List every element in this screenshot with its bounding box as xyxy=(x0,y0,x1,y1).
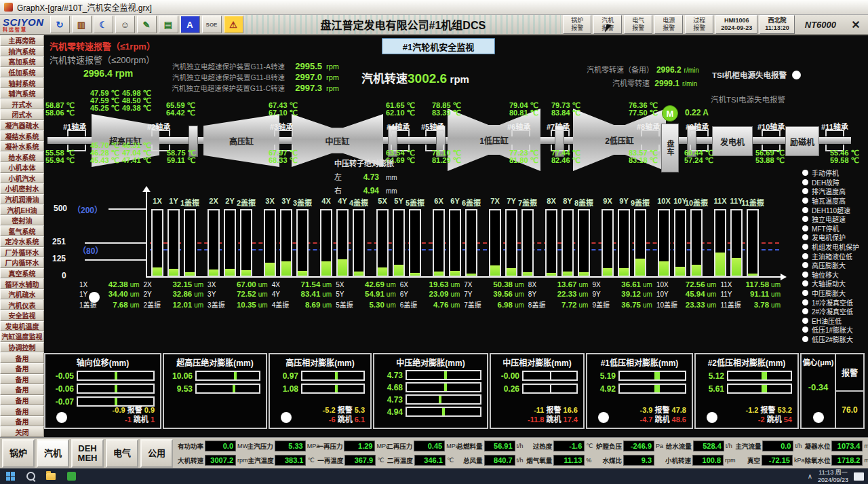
sidebar-item[interactable]: 备用 xyxy=(0,395,44,406)
sidebar-item[interactable]: 凝结水系统 xyxy=(0,130,44,141)
sidebar-item[interactable]: 高加系统 xyxy=(0,56,44,67)
status-cell-总燃料量: 总燃料量56.91t/h xyxy=(456,441,526,451)
sidebar-item[interactable]: 凝补水系统 xyxy=(0,141,44,152)
sidebar-item[interactable]: 开式水 xyxy=(0,98,44,109)
sidebar-item[interactable]: 厂内循环水 xyxy=(0,257,44,268)
sidebar-item[interactable]: 小机本体 xyxy=(0,162,44,173)
sidebar-item[interactable]: 厂外循环水 xyxy=(0,247,44,258)
sidebar-item[interactable]: 备用 xyxy=(0,405,44,416)
alarm-button-电气[interactable]: 电气报警 xyxy=(624,15,652,34)
sidebar-item[interactable]: 发电机温度 xyxy=(0,321,44,332)
status-label: 水煤比 xyxy=(603,455,623,465)
notification-icon[interactable] xyxy=(854,472,864,481)
close-icon[interactable]: ✕ xyxy=(846,16,865,33)
sidebar-item[interactable]: 备用 xyxy=(0,416,44,427)
panel-gauge-row: 5.61 xyxy=(698,384,792,394)
soe-icon[interactable]: SOE xyxy=(202,16,222,33)
sidebar-item[interactable]: 安全监视 xyxy=(0,310,44,321)
sidebar-item[interactable]: 循环水辅助 xyxy=(0,278,44,289)
sidebar-item[interactable]: 备用 xyxy=(0,384,44,395)
trip-alarm-item: 1#冷凝真空低 xyxy=(802,297,859,307)
alarm-bell-icon[interactable]: ⚠ xyxy=(224,16,243,33)
vibration-unit: um xyxy=(320,301,332,309)
gauge-marker xyxy=(234,372,237,379)
status-unit: mm xyxy=(864,457,868,464)
sidebar-item[interactable]: 辅汽系统 xyxy=(0,88,44,99)
bar-fill xyxy=(675,267,685,276)
vibration-bar: 6Y xyxy=(449,197,461,277)
tag-a-icon[interactable]: A xyxy=(180,16,200,33)
edit-icon[interactable]: ✎ xyxy=(137,16,157,33)
bar-category-label: 8Y xyxy=(563,197,572,205)
bar-outline xyxy=(393,209,405,277)
calculator-icon[interactable]: ▥ xyxy=(72,16,92,33)
status-cell-除氧水位: 除氧水位1718.2mm xyxy=(804,455,868,466)
sidebar-item[interactable]: 氢气系统 xyxy=(0,225,44,236)
history-icon[interactable]: ▤ xyxy=(159,16,178,33)
bar-fill xyxy=(619,268,629,276)
sidebar-item[interactable]: 主再旁路 xyxy=(0,35,44,46)
sidebar-item[interactable]: 密封油 xyxy=(0,215,44,226)
sidebar-item[interactable]: 定冷水系统 xyxy=(0,236,44,247)
sidebar-item[interactable]: 给水系统 xyxy=(0,151,44,162)
sidebar-item[interactable]: 小机密封水 xyxy=(0,183,44,194)
file-explorer-icon[interactable] xyxy=(41,468,61,484)
alarm-button-锅炉[interactable]: 锅炉报警 xyxy=(563,15,591,34)
nav-button-汽机[interactable]: 汽机 xyxy=(37,439,69,468)
sidebar-item[interactable]: 协调控制 xyxy=(0,342,44,353)
sidebar-item[interactable]: 真空系统 xyxy=(0,268,44,279)
vibration-bar: 2盖振 xyxy=(240,197,252,277)
sidebar-item[interactable]: 轴封系统 xyxy=(0,77,44,88)
vibration-value-row: 7盖振6.98um xyxy=(464,299,524,308)
status-value: 0.0 xyxy=(205,441,236,451)
panel-title: 中压绝对膨胀(mm) xyxy=(374,356,487,368)
bar-category-label: 4X xyxy=(321,197,330,205)
graphx-app-icon[interactable] xyxy=(61,468,81,484)
start-button-icon[interactable] xyxy=(0,468,20,484)
vibration-point-label: 9Y xyxy=(592,291,614,298)
chart-y-axis xyxy=(146,191,147,277)
status-unit: t/h xyxy=(726,443,735,449)
sidebar-item[interactable]: 汽缸温度监视 xyxy=(0,331,44,342)
bar-fill xyxy=(659,261,669,276)
bar-fill xyxy=(467,274,476,276)
sidebar-item[interactable]: 备用 xyxy=(0,374,44,385)
trend-icon[interactable]: ☾ xyxy=(94,16,113,33)
sidebar-item[interactable]: 汽机疏水 xyxy=(0,289,44,300)
tray-chevron-icon[interactable]: ∧ xyxy=(808,472,812,480)
status-unit: MPa xyxy=(307,443,317,449)
status-label: 烟气氧量 xyxy=(526,455,552,465)
gauge-marker xyxy=(442,408,445,415)
sidebar-item[interactable]: 备用 xyxy=(0,363,44,374)
sidebar-item[interactable]: 汽机润滑油 xyxy=(0,194,44,205)
sidebar-item[interactable]: 汽机仪表 xyxy=(0,299,44,310)
taskbar-clock[interactable]: 11:13 周一 2024/09/23 xyxy=(818,469,848,483)
gauge-bar xyxy=(406,394,481,405)
sidebar-item[interactable]: 小机汽水 xyxy=(0,173,44,184)
alarm-indicator-icon xyxy=(802,318,808,324)
alarm-button-电源[interactable]: 电源报警 xyxy=(654,15,683,34)
vibration-point-label: 5Y xyxy=(336,291,357,298)
nav-button-DEHMEH[interactable]: DEHMEH xyxy=(71,439,104,468)
sidebar-item[interactable]: 凝汽器疏水 xyxy=(0,120,44,131)
vibration-bar: 10X xyxy=(658,197,670,277)
sidebar-item[interactable]: 抽汽系统 xyxy=(0,46,44,57)
bar-category-label: 1盖振 xyxy=(180,197,199,208)
operator-icon[interactable]: ☺ xyxy=(115,16,135,33)
panel-gauge-row: 9.53 xyxy=(167,384,260,394)
panel-#1低压相对膨胀(mm): #1低压相对膨胀(mm)5.194.92-3.9 报警 47.8-4.7 跳机 … xyxy=(586,353,693,429)
nav-button-电气[interactable]: 电气 xyxy=(106,439,138,468)
gauge-bar xyxy=(406,370,481,380)
nav-button-锅炉[interactable]: 锅炉 xyxy=(2,439,35,468)
axis-tick xyxy=(108,208,146,210)
sidebar-item[interactable]: 闭式水 xyxy=(0,109,44,120)
sidebar-item[interactable]: 低加系统 xyxy=(0,67,44,78)
sidebar-item[interactable]: 备用 xyxy=(0,352,44,363)
sidebar-item[interactable]: 关闭 xyxy=(0,426,44,437)
refresh-icon[interactable]: ↻ xyxy=(50,16,70,33)
status-label: 小机转速 xyxy=(665,455,691,465)
search-icon[interactable] xyxy=(20,468,41,484)
sidebar-item[interactable]: 汽机EH油 xyxy=(0,204,44,215)
alarm-button-过程[interactable]: 过程报警 xyxy=(685,15,713,34)
nav-button-公用[interactable]: 公用 xyxy=(140,439,173,468)
